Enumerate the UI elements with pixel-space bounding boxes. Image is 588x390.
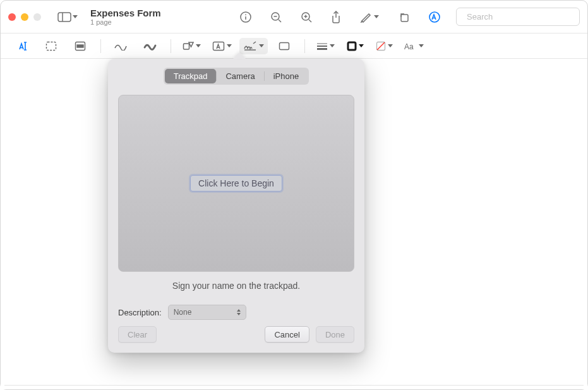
- search-input[interactable]: [465, 11, 574, 22]
- description-row: Description: None: [118, 305, 354, 320]
- description-label: Description:: [118, 308, 162, 317]
- signature-hint: Sign your name on the trackpad.: [118, 281, 354, 291]
- signature-pad[interactable]: Click Here to Begin: [118, 95, 354, 272]
- text-selection-tool[interactable]: [9, 38, 35, 54]
- fill-color-icon: [376, 41, 386, 51]
- signature-tool[interactable]: [239, 38, 268, 54]
- canvas-footer-divider: [4, 385, 584, 386]
- share-button[interactable]: [327, 8, 345, 26]
- svg-point-3: [245, 14, 246, 15]
- signature-icon: [243, 41, 257, 51]
- info-button[interactable]: [236, 8, 255, 26]
- zoom-out-button[interactable]: [267, 8, 285, 26]
- close-window-button[interactable]: [8, 13, 16, 21]
- svg-rect-17: [47, 42, 56, 50]
- separator: [304, 39, 305, 53]
- svg-rect-0: [58, 13, 71, 21]
- info-icon: [240, 11, 251, 23]
- textbox-icon: [212, 41, 225, 51]
- highlight-icon: [360, 11, 373, 23]
- done-button[interactable]: Done: [316, 326, 354, 343]
- window-controls: [8, 13, 41, 21]
- text-style-tool[interactable]: Aa: [400, 38, 428, 54]
- popover-buttons: Clear Cancel Done: [118, 326, 354, 343]
- clear-button[interactable]: Clear: [118, 326, 157, 343]
- svg-line-6: [279, 20, 281, 22]
- fill-color-tool[interactable]: [371, 38, 397, 54]
- stroke-style-tool[interactable]: [313, 38, 339, 54]
- stroke-color-icon: [347, 41, 357, 51]
- signature-popover: Trackpad Camera iPhone Click Here to Beg…: [108, 59, 364, 353]
- svg-rect-19: [77, 45, 83, 47]
- signature-tab-trackpad[interactable]: Trackpad: [165, 69, 217, 83]
- shapes-icon: [183, 41, 194, 51]
- chevron-down-icon: [359, 44, 364, 47]
- text-box-tool[interactable]: [208, 38, 236, 54]
- markup-icon: [428, 11, 441, 23]
- zoom-in-icon: [301, 11, 312, 23]
- separator: [171, 39, 171, 53]
- minimize-window-button[interactable]: [21, 13, 28, 21]
- document-title-block: Expenses Form 1 page: [90, 8, 161, 27]
- cancel-button[interactable]: Cancel: [265, 326, 309, 343]
- sidebar-view-button[interactable]: [54, 8, 81, 26]
- draw-icon: [143, 42, 157, 51]
- svg-line-30: [377, 42, 385, 50]
- draw-tool[interactable]: [138, 38, 163, 54]
- chevron-down-icon: [388, 44, 393, 47]
- signature-tab-iphone[interactable]: iPhone: [265, 69, 308, 83]
- text-style-icon: Aa: [404, 42, 417, 51]
- shapes-tool[interactable]: [179, 38, 205, 54]
- svg-rect-28: [348, 42, 356, 50]
- preview-window: Expenses Form 1 page: [0, 0, 588, 390]
- note-icon: [279, 42, 290, 51]
- description-select[interactable]: None: [168, 305, 246, 320]
- updown-stepper-icon: [236, 308, 242, 316]
- chevron-down-icon: [227, 44, 232, 47]
- sidebar-icon: [57, 12, 71, 22]
- svg-rect-24: [280, 42, 289, 49]
- sketch-icon: [114, 42, 128, 51]
- zoom-in-button[interactable]: [297, 8, 316, 26]
- toolbar-right: [236, 8, 580, 26]
- chevron-down-icon: [419, 44, 424, 47]
- note-tool[interactable]: [272, 38, 297, 54]
- markup-button[interactable]: [424, 8, 445, 26]
- signature-source-segmented-control: Trackpad Camera iPhone: [164, 68, 309, 85]
- redact-icon: [75, 41, 86, 51]
- svg-text:Aa: Aa: [404, 42, 414, 51]
- stroke-color-tool[interactable]: [342, 38, 368, 54]
- document-title: Expenses Form: [90, 8, 161, 18]
- separator: [100, 39, 101, 53]
- svg-line-9: [309, 20, 311, 22]
- svg-rect-12: [401, 15, 408, 21]
- titlebar: Expenses Form 1 page: [1, 1, 587, 34]
- page-count-label: 1 page: [90, 18, 161, 27]
- chevron-down-icon: [330, 44, 335, 47]
- chevron-down-icon: [259, 44, 264, 47]
- rect-select-icon: [45, 41, 57, 51]
- rotate-button[interactable]: [394, 8, 413, 26]
- lines-icon: [316, 42, 328, 50]
- description-value: None: [174, 308, 192, 317]
- sketch-tool[interactable]: [109, 38, 134, 54]
- signature-tab-camera[interactable]: Camera: [217, 69, 263, 83]
- begin-signing-button[interactable]: Click Here to Begin: [190, 175, 282, 192]
- search-field[interactable]: [456, 8, 580, 26]
- rect-selection-tool[interactable]: [39, 38, 64, 54]
- maximize-window-button[interactable]: [33, 13, 41, 21]
- share-icon: [331, 11, 341, 23]
- chevron-down-icon: [374, 15, 379, 18]
- chevron-down-icon: [73, 15, 78, 18]
- text-cursor-icon: [16, 40, 28, 52]
- redact-tool[interactable]: [68, 38, 93, 54]
- svg-rect-20: [184, 44, 189, 49]
- highlight-button[interactable]: [356, 8, 383, 26]
- chevron-down-icon: [196, 44, 201, 47]
- markup-toolbar: Aa: [1, 34, 587, 59]
- zoom-out-icon: [270, 11, 282, 23]
- rotate-icon: [398, 11, 409, 23]
